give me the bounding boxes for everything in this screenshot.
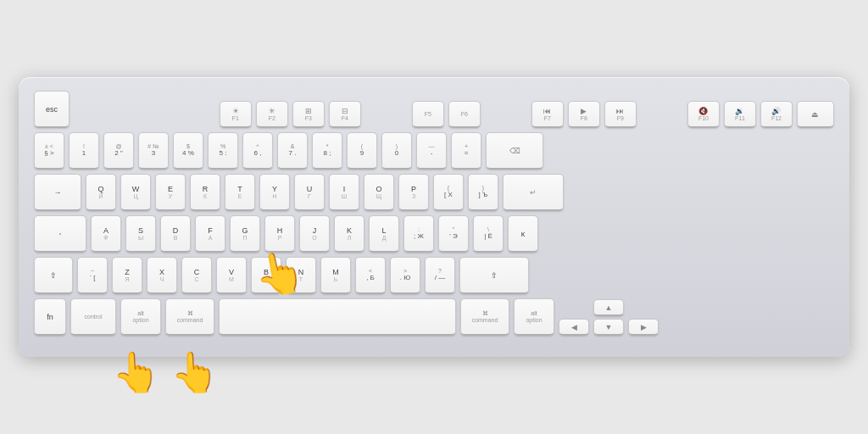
key-f12[interactable]: 🔊 F12 (760, 101, 793, 128)
key-space[interactable] (219, 298, 456, 336)
key-b[interactable]: B И (251, 257, 281, 294)
key-8[interactable]: * 8 ; (312, 132, 342, 170)
finger-command-icon: 👆 (170, 349, 219, 395)
key-e[interactable]: E У (155, 174, 186, 211)
key-r[interactable]: R К (190, 174, 220, 211)
key-g[interactable]: G П (230, 215, 260, 253)
key-q[interactable]: Q Й (86, 174, 116, 211)
number-row: ± < § > ! 1 @ 2 " # № 3 $ 4 % % 5 : ^ 6 … (34, 132, 834, 170)
key-arrow-up[interactable]: ▲ (593, 299, 624, 316)
key-κ[interactable]: κ (508, 215, 538, 253)
key-k[interactable]: K Л (334, 215, 364, 253)
key-y[interactable]: Y Н (259, 174, 290, 211)
key-semicolon[interactable]: : ; Ж (403, 215, 434, 253)
key-l[interactable]: L Д (369, 215, 399, 253)
key-arrow-right[interactable]: ▶ (628, 319, 659, 336)
key-period[interactable]: > . Ю (390, 257, 420, 294)
key-v[interactable]: V М (216, 257, 247, 294)
key-option-right[interactable]: alt option (514, 298, 554, 336)
key-3[interactable]: # № 3 (138, 132, 169, 170)
key-f2[interactable]: ✳ F2 (256, 101, 288, 128)
key-0[interactable]: ) 0 (381, 132, 412, 170)
key-j[interactable]: J О (299, 215, 330, 253)
key-backspace[interactable]: ⌫ (486, 132, 543, 170)
key-backslash[interactable]: \ | Ё (473, 215, 504, 253)
key-backtick[interactable]: ± < § > (34, 132, 64, 170)
key-f11[interactable]: 🔉 F11 (724, 101, 756, 128)
key-4[interactable]: $ 4 % (173, 132, 203, 170)
key-f9[interactable]: ⏭ F9 (604, 101, 637, 128)
key-option-left[interactable]: alt option 👆 (120, 298, 161, 336)
key-p[interactable]: P З (398, 174, 429, 211)
key-x[interactable]: X Ч (147, 257, 177, 294)
key-eject[interactable]: ⏏ (797, 101, 834, 128)
key-2[interactable]: @ 2 " (103, 132, 134, 170)
asdf-row: • A Ф S Ы D В F А G П H Р 👆 J О (34, 215, 834, 253)
key-1[interactable]: ! 1 (69, 132, 99, 170)
spacer2 (628, 299, 659, 316)
key-u[interactable]: U Г (294, 174, 325, 211)
key-shift-right[interactable]: ⇧ (459, 257, 529, 294)
key-quote[interactable]: " ' Э (438, 215, 469, 253)
key-lbracket[interactable]: { [ Х (433, 174, 464, 211)
key-fn[interactable]: fn (34, 298, 66, 336)
key-f1[interactable]: ☀ F1 (220, 101, 252, 128)
key-arrow-left[interactable]: ◀ (559, 319, 589, 336)
key-equals[interactable]: + = (451, 132, 481, 170)
arrow-cluster: ▲ ◀ ▼ ▶ (559, 299, 659, 336)
key-shift-left[interactable]: ⇧ (34, 257, 73, 294)
key-w[interactable]: W Ц (120, 174, 151, 211)
spacer (559, 299, 589, 316)
key-command-left[interactable]: ⌘ command 👆 (165, 298, 214, 336)
key-comma[interactable]: < , Б (355, 257, 386, 294)
key-i[interactable]: I Ш (329, 174, 359, 211)
key-h[interactable]: H Р 👆 (264, 215, 295, 253)
key-a[interactable]: A Ф (91, 215, 121, 253)
key-6[interactable]: ^ 6 , (242, 132, 273, 170)
key-s[interactable]: S Ы (125, 215, 156, 253)
key-m[interactable]: M Ь (320, 257, 351, 294)
keyboard: esc ☀ F1 ✳ F2 ⊞ F3 ⊟ F4 F5 F6 ⏮ F7 (19, 77, 849, 357)
key-slash[interactable]: ? / — (425, 257, 455, 294)
key-c[interactable]: C С (181, 257, 212, 294)
zxcv-row: ⇧ ~ ` [ Z Я X Ч C С V М B И N Т (34, 257, 834, 294)
key-5[interactable]: % 5 : (208, 132, 238, 170)
key-return[interactable]: ↵ (503, 174, 564, 211)
key-rbracket[interactable]: } ] Ъ (468, 174, 498, 211)
modifier-row: fn control alt option 👆 ⌘ command 👆 ⌘ co… (34, 298, 834, 336)
key-o[interactable]: O Щ (364, 174, 394, 211)
finger-option-icon: 👆 (112, 349, 160, 395)
fn-row: esc ☀ F1 ✳ F2 ⊞ F3 ⊟ F4 F5 F6 ⏮ F7 (34, 91, 834, 128)
key-esc[interactable]: esc (34, 91, 70, 128)
key-f10[interactable]: 🔇 F10 (687, 101, 720, 128)
key-caps-lock[interactable]: • (34, 215, 86, 253)
key-z[interactable]: Z Я (112, 257, 142, 294)
key-f6[interactable]: F6 (448, 101, 481, 128)
key-f7[interactable]: ⏮ F7 (531, 101, 564, 128)
key-minus[interactable]: — - (416, 132, 447, 170)
key-t[interactable]: T Е (225, 174, 255, 211)
key-f8[interactable]: ▶ F8 (568, 101, 600, 128)
key-tab[interactable]: → (34, 174, 81, 211)
key-command-right[interactable]: ⌘ command (460, 298, 509, 336)
key-f[interactable]: F А (195, 215, 225, 253)
key-control[interactable]: control (70, 298, 116, 336)
key-f3[interactable]: ⊞ F3 (292, 101, 325, 128)
key-9[interactable]: ( 9 (347, 132, 377, 170)
key-d[interactable]: D В (160, 215, 191, 253)
key-tilde[interactable]: ~ ` [ (77, 257, 108, 294)
key-arrow-down[interactable]: ▼ (593, 319, 624, 336)
key-7[interactable]: & 7 . (277, 132, 308, 170)
key-f4[interactable]: ⊟ F4 (329, 101, 361, 128)
qwerty-row: → Q Й W Ц E У R К T Е Y Н U Г (34, 174, 834, 211)
key-f5[interactable]: F5 (412, 101, 444, 128)
key-n[interactable]: N Т (286, 257, 316, 294)
